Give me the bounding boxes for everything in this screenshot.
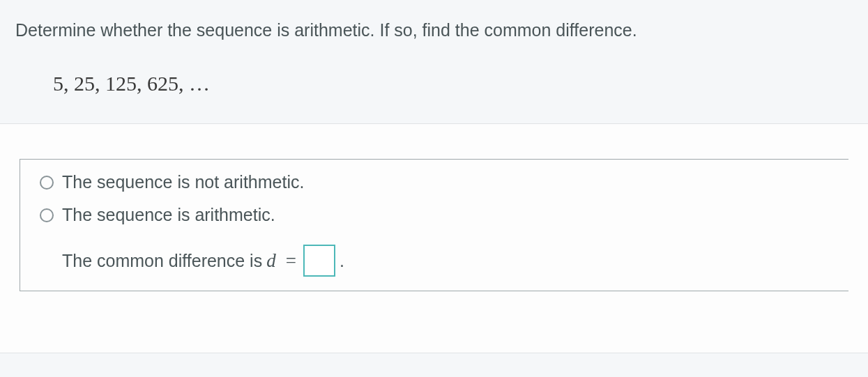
- radio-icon: [40, 208, 54, 222]
- option-label-is-arithmetic: The sequence is arithmetic.: [62, 205, 275, 225]
- difference-variable: d: [266, 250, 276, 272]
- answer-panel: The sequence is not arithmetic. The sequ…: [0, 123, 868, 353]
- option-label-not-arithmetic: The sequence is not arithmetic.: [62, 172, 304, 192]
- equals-sign: =: [286, 250, 296, 272]
- answer-box: The sequence is not arithmetic. The sequ…: [20, 159, 848, 291]
- difference-input[interactable]: [303, 245, 335, 277]
- option-is-arithmetic[interactable]: The sequence is arithmetic.: [40, 205, 835, 225]
- period: .: [340, 251, 344, 271]
- common-difference-row: The common difference is d = .: [62, 245, 835, 277]
- sequence-display: 5, 25, 125, 625, …: [0, 49, 868, 116]
- question-prompt: Determine whether the sequence is arithm…: [0, 0, 868, 49]
- option-not-arithmetic[interactable]: The sequence is not arithmetic.: [40, 172, 835, 192]
- radio-icon: [40, 176, 54, 190]
- difference-label: The common difference is: [62, 251, 262, 271]
